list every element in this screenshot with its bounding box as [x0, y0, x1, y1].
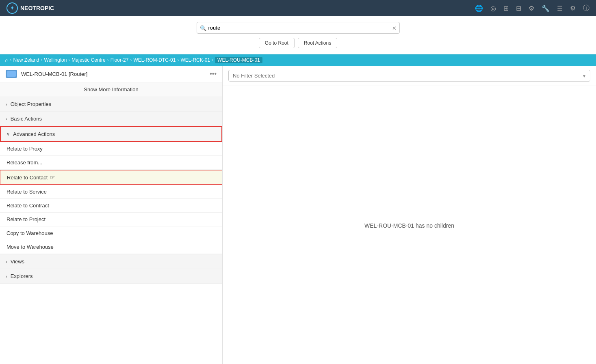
- basic-actions-section: › Basic Actions: [0, 112, 222, 126]
- app-name: NEOTROPIC: [20, 5, 54, 11]
- breadcrumb-item-3[interactable]: Floor-27 ›: [111, 57, 132, 63]
- go-to-root-button[interactable]: Go to Root: [259, 38, 295, 48]
- info-icon[interactable]: ⓘ: [583, 4, 589, 13]
- search-icon: 🔍: [200, 25, 206, 31]
- list-icon[interactable]: ☰: [557, 4, 563, 12]
- action-relate-to-proxy[interactable]: Relate to Proxy: [0, 142, 222, 156]
- wrench-icon[interactable]: 🔧: [542, 4, 550, 12]
- settings-icon[interactable]: ⚙: [570, 4, 576, 12]
- globe-icon[interactable]: 🌐: [475, 4, 483, 12]
- search-area: 🔍 ✕ Go to Root Root Actions: [0, 16, 596, 54]
- views-header[interactable]: › Views: [0, 254, 222, 269]
- object-properties-title: Object Properties: [11, 101, 51, 107]
- navbar: ✦ NEOTROPIC 🌐 ◎ ⊞ ⊟ ⚙ 🔧 ☰ ⚙ ⓘ: [0, 0, 596, 16]
- device-menu-icon[interactable]: •••: [210, 70, 217, 78]
- search-box: 🔍 ✕: [197, 22, 400, 34]
- app-logo: ✦ NEOTROPIC: [7, 2, 54, 14]
- device-header: WEL-ROU-MCB-01 [Router] •••: [0, 66, 222, 82]
- explorers-title: Explorers: [11, 273, 33, 279]
- advanced-actions-header[interactable]: ∨ Advanced Actions: [1, 127, 221, 141]
- action-release-from[interactable]: Release from...: [0, 156, 222, 170]
- action-relate-to-project[interactable]: Relate to Project: [0, 213, 222, 226]
- dashboard-icon[interactable]: ⊟: [516, 4, 521, 12]
- breadcrumb-sep-0: ›: [10, 57, 11, 63]
- action-move-to-warehouse[interactable]: Move to Warehouse: [0, 240, 222, 254]
- filter-select-wrapper: No Filter Selected: [228, 70, 590, 82]
- views-title: Views: [11, 258, 24, 265]
- explorers-arrow-icon: ›: [6, 274, 7, 279]
- right-panel: No Filter Selected WEL-ROU-MCB-01 has no…: [223, 66, 596, 364]
- no-children-message: WEL-ROU-MCB-01 has no children: [223, 86, 596, 364]
- views-section: › Views: [0, 254, 222, 269]
- object-properties-header[interactable]: › Object Properties: [0, 97, 222, 111]
- breadcrumb-item-4[interactable]: WEL-ROM-DTC-01 ›: [133, 57, 179, 63]
- search-buttons: Go to Root Root Actions: [259, 38, 337, 48]
- advanced-actions-arrow-icon: ∨: [7, 131, 10, 137]
- tools-icon[interactable]: ⚙: [529, 4, 534, 12]
- breadcrumb: ⌂ › New Zeland › Wellington › Majestic C…: [0, 54, 596, 66]
- basic-actions-arrow-icon: ›: [6, 116, 7, 121]
- main-content: WEL-ROU-MCB-01 [Router] ••• Show More In…: [0, 66, 596, 364]
- action-relate-to-contract[interactable]: Relate to Contract: [0, 199, 222, 213]
- cursor-icon: ☞: [50, 174, 55, 181]
- advanced-actions-items: Relate to Proxy Release from... Relate t…: [0, 142, 222, 254]
- breadcrumb-home-icon[interactable]: ⌂: [5, 57, 8, 63]
- router-icon: [7, 71, 16, 77]
- filter-bar: No Filter Selected: [223, 66, 596, 86]
- explorers-section: › Explorers: [0, 269, 222, 284]
- explorers-header[interactable]: › Explorers: [0, 269, 222, 283]
- search-clear-icon[interactable]: ✕: [392, 25, 397, 31]
- search-input[interactable]: [197, 22, 400, 34]
- breadcrumb-item-1[interactable]: Wellington ›: [44, 57, 70, 63]
- object-properties-arrow-icon: ›: [6, 102, 7, 107]
- device-name: WEL-ROU-MCB-01 [Router]: [21, 71, 210, 77]
- object-properties-section: › Object Properties: [0, 97, 222, 112]
- logo-icon: ✦: [7, 2, 18, 14]
- breadcrumb-item-0[interactable]: New Zeland ›: [13, 57, 42, 63]
- root-actions-button[interactable]: Root Actions: [298, 38, 337, 48]
- breadcrumb-item-6[interactable]: WEL-ROU-MCB-01: [215, 57, 262, 63]
- left-panel: WEL-ROU-MCB-01 [Router] ••• Show More In…: [0, 66, 223, 364]
- breadcrumb-item-2[interactable]: Majestic Centre ›: [72, 57, 108, 63]
- views-arrow-icon: ›: [6, 259, 7, 264]
- action-relate-to-contact[interactable]: Relate to Contact ☞: [0, 170, 222, 185]
- basic-actions-title: Basic Actions: [11, 116, 42, 122]
- show-more-button[interactable]: Show More Information: [0, 82, 222, 97]
- navbar-icons: 🌐 ◎ ⊞ ⊟ ⚙ 🔧 ☰ ⚙ ⓘ: [475, 4, 589, 13]
- filter-select[interactable]: No Filter Selected: [228, 70, 590, 82]
- action-copy-to-warehouse[interactable]: Copy to Warehouse: [0, 226, 222, 240]
- basic-actions-header[interactable]: › Basic Actions: [0, 112, 222, 126]
- navigation-icon[interactable]: ◎: [490, 4, 496, 12]
- device-icon: [6, 70, 17, 78]
- advanced-actions-section: ∨ Advanced Actions: [0, 126, 222, 142]
- grid-icon[interactable]: ⊞: [503, 4, 509, 12]
- advanced-actions-title: Advanced Actions: [13, 131, 55, 137]
- action-relate-to-service[interactable]: Relate to Service: [0, 185, 222, 199]
- breadcrumb-item-5[interactable]: WEL-RCK-01 ›: [180, 57, 213, 63]
